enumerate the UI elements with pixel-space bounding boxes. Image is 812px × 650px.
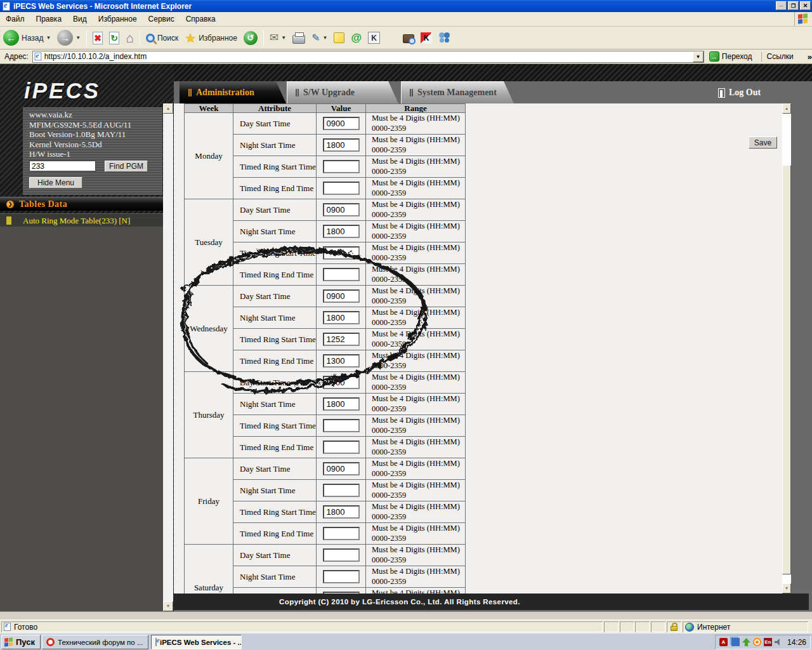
range-line1: Must be 4 Digits (HH:MM) <box>372 351 465 361</box>
menu-item-0[interactable]: Файл <box>0 13 30 25</box>
range-cell: Must be 4 Digits (HH:MM)0000-2359 <box>366 264 466 286</box>
notes-button[interactable] <box>331 29 348 48</box>
history-button[interactable]: ↺ <box>240 29 261 48</box>
time-input[interactable] <box>323 203 360 216</box>
restore-button[interactable] <box>788 1 799 10</box>
attribute-label: Timed Ring Start Time <box>233 501 317 523</box>
time-input[interactable] <box>323 548 360 562</box>
range-line1: Must be 4 Digits (HH:MM) <box>372 394 465 404</box>
print-button[interactable] <box>289 29 308 48</box>
content-scrollbar[interactable]: ▲ ▼ <box>782 103 791 594</box>
volume-icon[interactable] <box>775 638 783 646</box>
menu-item-1[interactable]: Правка <box>30 13 68 25</box>
address-dropdown-icon[interactable]: ▼ <box>693 51 704 62</box>
time-input[interactable] <box>323 570 360 583</box>
minimize-button[interactable] <box>776 1 787 10</box>
chevron-right-icon[interactable]: » <box>808 52 812 62</box>
refresh-button[interactable]: ↻ <box>106 29 122 48</box>
messenger-at-button[interactable]: @ <box>348 29 365 48</box>
menu-item-5[interactable]: Справка <box>180 13 221 25</box>
tab-label: Administration <box>196 88 254 98</box>
time-input[interactable] <box>323 225 360 238</box>
go-button[interactable]: → Переход <box>708 51 756 62</box>
time-input[interactable] <box>323 397 360 411</box>
orange-app-tray-icon[interactable] <box>753 638 761 646</box>
tab-hinge-icon <box>410 89 413 96</box>
favorites-star-icon: ★ <box>185 30 196 46</box>
scroll-up-icon[interactable]: ▲ <box>782 103 791 114</box>
tab-system-management[interactable]: System Management <box>401 81 514 103</box>
green-app-tray-icon[interactable] <box>742 638 750 646</box>
time-input[interactable] <box>323 182 360 195</box>
time-input[interactable] <box>323 160 360 173</box>
time-input[interactable] <box>323 527 360 540</box>
scrollbar-thumb[interactable] <box>782 165 791 574</box>
messenger-button[interactable] <box>435 29 454 48</box>
time-input[interactable] <box>323 311 360 324</box>
k-plugin-button[interactable]: K <box>365 29 383 48</box>
hide-menu-button[interactable]: Hide Menu <box>29 177 82 189</box>
status-pane-empty <box>604 621 619 632</box>
sidebar-scrollbar[interactable]: ▲ ▼ <box>163 103 173 611</box>
back-dropdown-icon[interactable]: ▼ <box>46 35 51 41</box>
find-pgm-button[interactable]: Find PGM <box>105 161 148 172</box>
time-input[interactable] <box>323 117 360 130</box>
sidebar-item-auto-ring-mode-table[interactable]: Auto Ring Mode Table(233) [N] <box>0 213 163 227</box>
back-button[interactable]: ← Назад ▼ <box>0 29 54 48</box>
sidebar-section-tables-data[interactable]: ❯ Tables Data <box>0 197 163 211</box>
start-button[interactable]: Пуск <box>1 635 41 649</box>
time-input[interactable] <box>323 441 360 454</box>
time-input[interactable] <box>323 376 360 389</box>
menu-item-4[interactable]: Сервис <box>143 13 180 25</box>
browser-toolbar: ← Назад ▼ → ▼ ✖ ↻ ⌂ Поиск ★ Избранное ↺ … <box>0 27 812 50</box>
menu-item-3[interactable]: Избранное <box>93 13 143 25</box>
range-cell: Must be 4 Digits (HH:MM)0000-2359 <box>366 437 466 458</box>
range-line2: 0000-2359 <box>372 189 465 199</box>
time-input[interactable] <box>323 505 360 519</box>
close-button[interactable] <box>800 1 811 10</box>
time-input[interactable] <box>323 268 360 281</box>
favorites-button[interactable]: ★ Избранное <box>181 29 240 48</box>
taskbar-button-1[interactable]: iPECS Web Services - ... <box>151 635 242 649</box>
scroll-down-icon[interactable]: ▼ <box>782 583 791 594</box>
stop-button[interactable]: ✖ <box>89 29 106 48</box>
time-input[interactable] <box>323 138 360 152</box>
pdf-tray-icon[interactable]: A <box>719 638 728 646</box>
go-arrow-icon: → <box>709 51 719 62</box>
save-button[interactable]: Save <box>749 136 777 149</box>
scroll-down-icon[interactable]: ▼ <box>163 601 173 611</box>
links-bar[interactable]: Ссылки » <box>761 52 812 62</box>
menu-item-2[interactable]: Вид <box>67 13 93 25</box>
logout-button[interactable]: Log Out <box>718 86 761 99</box>
kaspersky-button[interactable]: K <box>417 29 435 48</box>
time-input[interactable] <box>323 246 360 260</box>
mail-button[interactable]: ✉▼ <box>266 29 289 48</box>
taskbar-button-0[interactable]: Технический форум по ... <box>42 635 148 649</box>
tab-administration[interactable]: Administration <box>180 81 286 103</box>
time-input[interactable] <box>323 419 360 432</box>
tab-sw-upgrade[interactable]: S/W Upgrade <box>287 81 398 103</box>
time-input[interactable] <box>323 354 360 368</box>
network-tray-icon[interactable] <box>731 638 740 646</box>
range-line1: Must be 4 Digits (HH:MM) <box>372 200 465 210</box>
time-input[interactable] <box>323 462 360 475</box>
dictionary-button[interactable] <box>400 29 417 48</box>
toolbar-separator <box>86 30 87 46</box>
range-line1: Must be 4 Digits (HH:MM) <box>372 286 465 296</box>
range-line2: 0000-2359 <box>372 512 465 522</box>
language-indicator[interactable]: En <box>764 638 772 646</box>
pgm-number-input[interactable] <box>29 161 96 171</box>
time-input[interactable] <box>323 333 360 346</box>
search-button[interactable]: Поиск <box>143 29 181 48</box>
forward-dropdown-icon[interactable]: ▼ <box>75 35 81 41</box>
edit-button[interactable]: ✎▼ <box>308 29 331 48</box>
address-input[interactable] <box>44 52 693 61</box>
scroll-up-icon[interactable]: ▲ <box>163 103 173 114</box>
home-button[interactable]: ⌂ <box>122 29 137 48</box>
security-pane <box>667 621 681 632</box>
attribute-label: Day Start Time <box>233 286 317 307</box>
forward-button[interactable]: → ▼ <box>54 29 84 48</box>
time-input[interactable] <box>323 289 360 303</box>
time-input[interactable] <box>323 484 360 497</box>
range-line2: 0000-2359 <box>372 383 465 393</box>
